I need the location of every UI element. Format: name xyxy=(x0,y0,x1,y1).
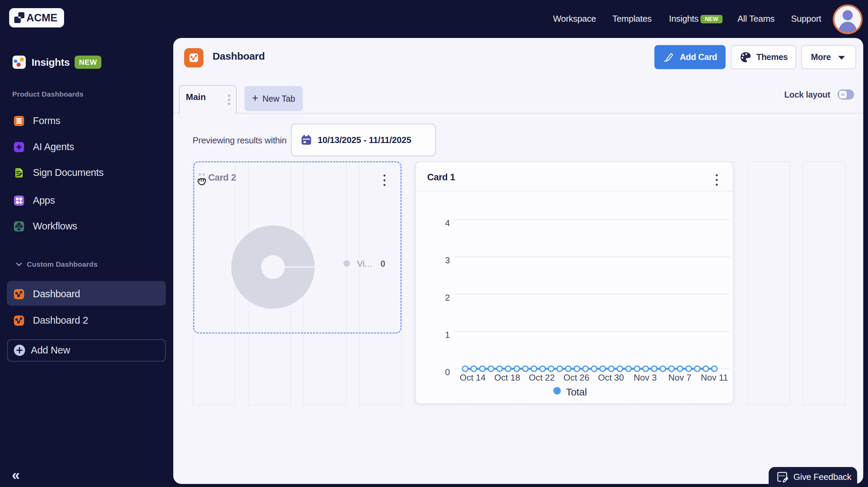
svg-text:2: 2 xyxy=(445,292,450,303)
svg-text:Nov 3: Nov 3 xyxy=(634,372,657,383)
svg-text:0: 0 xyxy=(445,367,450,377)
svg-text:3: 3 xyxy=(445,255,450,265)
svg-text:Oct 14: Oct 14 xyxy=(460,372,486,383)
svg-text:Nov 7: Nov 7 xyxy=(668,372,691,383)
svg-text:Oct 18: Oct 18 xyxy=(494,372,520,383)
svg-text:Oct 22: Oct 22 xyxy=(529,372,555,383)
svg-text:Oct 30: Oct 30 xyxy=(598,372,624,383)
svg-text:Oct 26: Oct 26 xyxy=(564,372,590,383)
svg-text:Nov 11: Nov 11 xyxy=(701,372,728,383)
svg-text:1: 1 xyxy=(445,330,450,340)
svg-text:4: 4 xyxy=(445,218,450,228)
